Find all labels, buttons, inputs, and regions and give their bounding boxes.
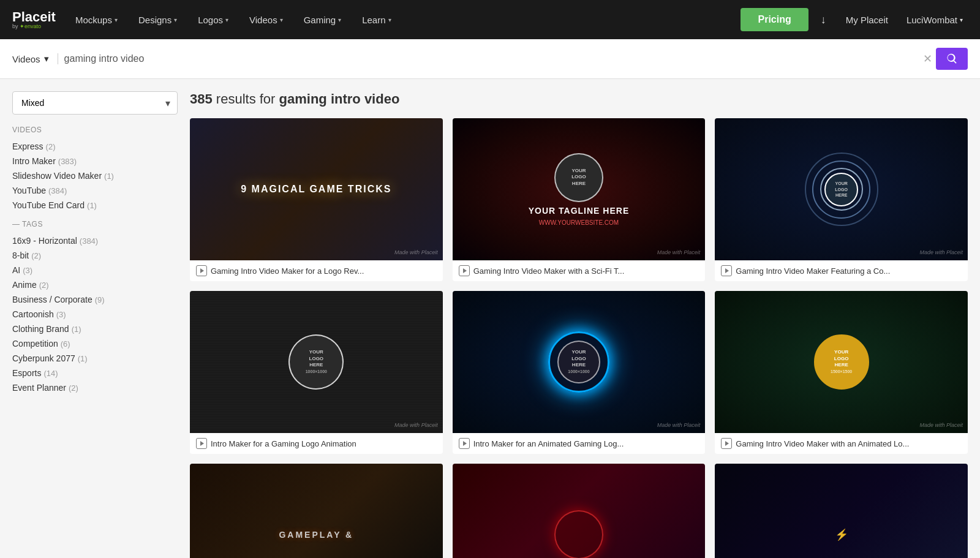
search-button[interactable] xyxy=(936,48,968,70)
thumb-overlay-9: ⚡ xyxy=(715,464,968,558)
tags-section: — Tags 16x9 - Horizontal (384) 8-bit (2)… xyxy=(12,220,178,395)
user-menu[interactable]: LuciWombat ▾ xyxy=(902,15,968,25)
play-icon-1 xyxy=(196,265,207,276)
chevron-down-icon: ▾ xyxy=(960,17,963,23)
card-9[interactable]: ⚡ Made with Placeit Gaming Intro Video M… xyxy=(715,464,968,558)
logo-envato: ✦envato xyxy=(20,23,41,29)
card-4[interactable]: YOURLOGOHERE1000×1000 Made with Placeit … xyxy=(190,291,443,454)
thumb-text-9: ⚡ xyxy=(835,528,848,541)
card-6[interactable]: YOURLOGOHERE1500×1500 Made with Placeit … xyxy=(715,291,968,454)
card-label-3: Gaming Intro Video Maker Featuring a Co.… xyxy=(715,260,968,281)
chevron-down-icon: ▾ xyxy=(388,17,391,23)
card-label-4: Intro Maker for a Gaming Logo Animation xyxy=(190,433,443,454)
chevron-down-icon: ▾ xyxy=(338,17,341,23)
results-query-label: results for xyxy=(216,91,276,107)
card-8[interactable]: Made with Placeit Gaming Intro Video Mak… xyxy=(453,464,706,558)
sidebar-tag-anime[interactable]: Anime (2) xyxy=(12,277,178,292)
sidebar-tag-cartoonish[interactable]: Cartoonish (3) xyxy=(12,307,178,322)
nav-learn[interactable]: Learn ▾ xyxy=(355,0,398,39)
sort-select[interactable]: Mixed Newest Popular xyxy=(12,91,178,115)
download-icon[interactable]: ↓ xyxy=(815,13,832,26)
nav-mockups[interactable]: Mockups ▾ xyxy=(68,0,125,39)
thumb-overlay-7: GAMEPLAY & xyxy=(190,464,443,558)
sidebar-tag-business-corporate[interactable]: Business / Corporate (9) xyxy=(12,292,178,307)
sort-dropdown-wrap: Mixed Newest Popular xyxy=(12,91,178,115)
thumb-overlay-6: YOURLOGOHERE1500×1500 xyxy=(715,291,968,433)
sidebar-tag-esports[interactable]: Esports (14) xyxy=(12,366,178,380)
sidebar-tags-label: — Tags xyxy=(12,220,178,228)
card-1[interactable]: 9 MAGICAL GAME TRICKS Made with Placeit … xyxy=(190,118,443,281)
card-thumbnail-9: ⚡ Made with Placeit xyxy=(715,464,968,558)
watermark-2: Made with Placeit xyxy=(657,249,701,255)
logo-text: Placeit xyxy=(12,10,56,24)
logo-circle-3: YOURLOGOHERE xyxy=(824,173,858,206)
results-count: 385 xyxy=(190,91,213,107)
card-label-5: Intro Maker for an Animated Gaming Log..… xyxy=(453,433,706,454)
results-header: 385 results for gaming intro video xyxy=(190,91,968,107)
thumb-overlay-1: 9 MAGICAL GAME TRICKS xyxy=(190,118,443,260)
my-placeit-link[interactable]: My Placeit xyxy=(839,15,895,25)
main-content: Mixed Newest Popular Videos Express (2) … xyxy=(0,79,980,558)
thumb-text-7: GAMEPLAY & xyxy=(279,530,353,540)
card-5[interactable]: YOURLOGOHERE1000×1000 Made with Placeit … xyxy=(453,291,706,454)
play-icon-3 xyxy=(721,265,732,276)
card-thumbnail-3: YOURLOGOHERE Made with Placeit xyxy=(715,118,968,260)
card-label-6: Gaming Intro Video Maker with an Animate… xyxy=(715,433,968,454)
nav-designs[interactable]: Designs ▾ xyxy=(131,0,184,39)
logo-circle-2: YOURLOGOHERE xyxy=(554,153,603,202)
sidebar-tag-clothing-brand[interactable]: Clothing Brand (1) xyxy=(12,322,178,336)
sidebar-item-youtube[interactable]: YouTube (384) xyxy=(12,183,178,198)
nav-videos[interactable]: Videos ▾ xyxy=(242,0,290,39)
card-label-2: Gaming Intro Video Maker with a Sci-Fi T… xyxy=(453,260,706,281)
sidebar-item-youtube-end-card[interactable]: YouTube End Card (1) xyxy=(12,198,178,213)
clear-search-icon[interactable]: ✕ xyxy=(923,52,932,66)
play-icon-6 xyxy=(721,438,732,449)
card-7[interactable]: GAMEPLAY & Made with Placeit Gaming Intr… xyxy=(190,464,443,558)
card-thumbnail-4: YOURLOGOHERE1000×1000 Made with Placeit xyxy=(190,291,443,433)
chevron-down-icon: ▾ xyxy=(174,17,177,23)
sidebar-tag-16x9[interactable]: 16x9 - Horizontal (384) xyxy=(12,233,178,248)
thumb-overlay-8 xyxy=(453,464,706,558)
navbar: Placeit by ✦envato Mockups ▾ Designs ▾ L… xyxy=(0,0,980,39)
card-thumbnail-1: 9 MAGICAL GAME TRICKS Made with Placeit xyxy=(190,118,443,260)
card-label-1: Gaming Intro Video Maker for a Logo Rev.… xyxy=(190,260,443,281)
logo-sub: by ✦envato xyxy=(12,24,56,29)
sidebar-tag-competition[interactable]: Competition (6) xyxy=(12,336,178,351)
card-thumbnail-6: YOURLOGOHERE1500×1500 Made with Placeit xyxy=(715,291,968,433)
sidebar-tag-event-planner[interactable]: Event Planner (2) xyxy=(12,380,178,395)
red-circle-8 xyxy=(554,510,603,558)
sidebar-videos-label: Videos xyxy=(12,126,178,134)
thumb-overlay-5: YOURLOGOHERE1000×1000 xyxy=(453,291,706,433)
results-query: gaming intro video xyxy=(279,91,400,107)
nav-logos[interactable]: Logos ▾ xyxy=(190,0,236,39)
watermark-5: Made with Placeit xyxy=(657,422,701,428)
logo[interactable]: Placeit by ✦envato xyxy=(12,10,56,29)
sidebar-tag-8bit[interactable]: 8-bit (2) xyxy=(12,248,178,263)
sidebar-tag-cyberpunk[interactable]: Cyberpunk 2077 (1) xyxy=(12,351,178,366)
play-icon-2 xyxy=(459,265,470,276)
watermark-1: Made with Placeit xyxy=(394,249,438,255)
pricing-button[interactable]: Pricing xyxy=(741,8,808,31)
card-2[interactable]: YOURLOGOHERE YOUR TAGLINE HERE WWW.YOURW… xyxy=(453,118,706,281)
play-icon-5 xyxy=(459,438,470,449)
search-bar: Videos ▾ ✕ xyxy=(0,39,980,79)
search-category-selector[interactable]: Videos ▾ xyxy=(12,53,58,64)
card-thumbnail-7: GAMEPLAY & Made with Placeit xyxy=(190,464,443,558)
sidebar: Mixed Newest Popular Videos Express (2) … xyxy=(12,91,178,558)
sidebar-tag-ai[interactable]: AI (3) xyxy=(12,263,178,277)
nav-gaming[interactable]: Gaming ▾ xyxy=(296,0,349,39)
search-input[interactable] xyxy=(64,53,923,64)
logo-circle-4: YOURLOGOHERE1000×1000 xyxy=(288,334,344,390)
sidebar-item-slideshow-video-maker[interactable]: Slideshow Video Maker (1) xyxy=(12,168,178,183)
chevron-down-icon: ▾ xyxy=(280,17,283,23)
card-3[interactable]: YOURLOGOHERE Made with Placeit Gaming In… xyxy=(715,118,968,281)
thumb-overlay-4: YOURLOGOHERE1000×1000 xyxy=(190,291,443,433)
chevron-down-icon: ▾ xyxy=(115,17,118,23)
sidebar-item-intro-maker[interactable]: Intro Maker (383) xyxy=(12,154,178,168)
logo-circle-5: YOURLOGOHERE1000×1000 xyxy=(557,341,600,383)
results-area: 385 results for gaming intro video 9 MAG… xyxy=(190,91,968,558)
sidebar-item-express[interactable]: Express (2) xyxy=(12,139,178,154)
logo-circle-6: YOURLOGOHERE1500×1500 xyxy=(814,334,869,390)
logo-tagline: YOUR TAGLINE HERE xyxy=(529,206,630,216)
search-icon xyxy=(946,53,958,65)
